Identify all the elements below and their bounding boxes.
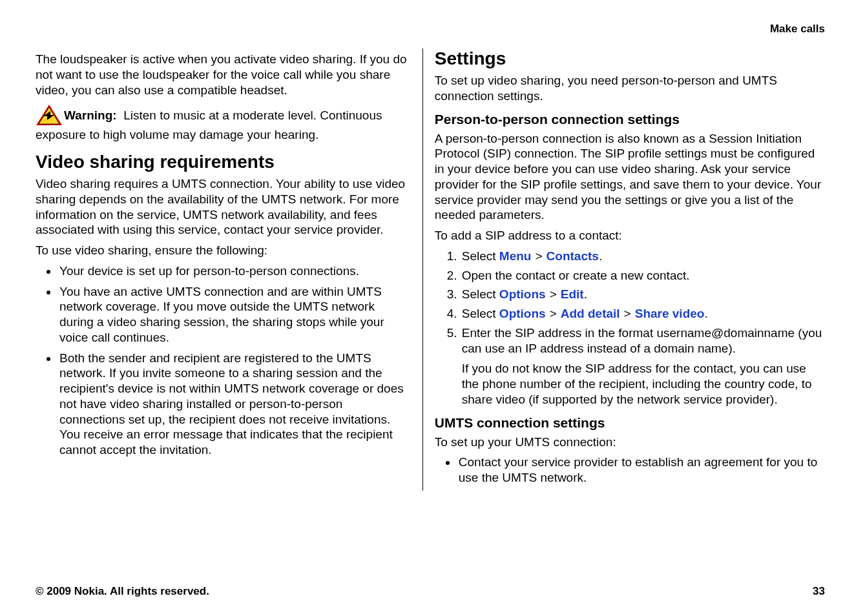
- separator: >: [550, 287, 557, 301]
- warning-label: Warning:: [64, 108, 117, 122]
- umts-intro: To set up your UMTS connection:: [435, 435, 825, 450]
- menu-link[interactable]: Menu: [499, 249, 532, 263]
- warning-paragraph: Warning: Listen to music at a moderate l…: [36, 105, 410, 143]
- section-header: Make calls: [36, 23, 825, 36]
- umts-list: Contact your service provider to establi…: [435, 455, 825, 486]
- content-columns: The loudspeaker is active when you activ…: [36, 48, 825, 491]
- warning-icon: [36, 104, 63, 126]
- separator: >: [550, 307, 557, 320]
- list-item: Open the contact or create a new contact…: [461, 268, 825, 283]
- step-text: Enter the SIP address in the format user…: [462, 326, 822, 355]
- list-item: Contact your service provider to establi…: [457, 455, 825, 486]
- add-detail-link[interactable]: Add detail: [561, 307, 620, 320]
- settings-heading: Settings: [435, 48, 825, 69]
- settings-intro: To set up video sharing, you need person…: [435, 73, 825, 104]
- copyright-text: © 2009 Nokia. All rights reserved.: [36, 585, 209, 598]
- share-video-link[interactable]: Share video: [635, 307, 705, 320]
- video-sharing-requirements-heading: Video sharing requirements: [36, 152, 410, 172]
- add-sip-intro: To add a SIP address to a contact:: [435, 228, 825, 243]
- separator: >: [624, 307, 631, 320]
- list-item: Both the sender and recipient are regist…: [58, 351, 410, 458]
- loudspeaker-intro: The loudspeaker is active when you activ…: [36, 52, 410, 98]
- step-text: Select: [462, 249, 499, 263]
- sip-description: A person-to-person connection is also kn…: [435, 131, 825, 223]
- sip-steps-list: Select Menu>Contacts. Open the contact o…: [435, 249, 825, 407]
- requirements-list: Your device is set up for person-to-pers…: [36, 263, 410, 458]
- step-note: If you do not know the SIP address for t…: [462, 361, 825, 407]
- list-item: Select Options>Add detail>Share video.: [461, 306, 825, 322]
- requirements-p1: Video sharing requires a UMTS connection…: [36, 176, 410, 238]
- list-item: Enter the SIP address in the format user…: [461, 325, 825, 407]
- options-link[interactable]: Options: [499, 287, 546, 301]
- edit-link[interactable]: Edit: [561, 287, 584, 301]
- step-text: Select: [462, 307, 499, 320]
- person-to-person-heading: Person-to-person connection settings: [435, 112, 825, 127]
- separator: >: [535, 249, 542, 263]
- contacts-link[interactable]: Contacts: [547, 249, 599, 263]
- list-item: Your device is set up for person-to-pers…: [58, 263, 410, 279]
- step-text: Select: [462, 287, 499, 301]
- left-column: The loudspeaker is active when you activ…: [36, 48, 422, 491]
- list-item: Select Menu>Contacts.: [461, 249, 825, 264]
- requirements-p2: To use video sharing, ensure the followi…: [36, 243, 410, 258]
- list-item: You have an active UMTS connection and a…: [58, 284, 410, 345]
- umts-heading: UMTS connection settings: [435, 415, 825, 431]
- list-item: Select Options>Edit.: [461, 287, 825, 302]
- options-link[interactable]: Options: [499, 307, 546, 320]
- right-column: Settings To set up video sharing, you ne…: [422, 48, 825, 491]
- page-footer: © 2009 Nokia. All rights reserved. 33: [36, 585, 825, 598]
- page-number: 33: [813, 585, 825, 598]
